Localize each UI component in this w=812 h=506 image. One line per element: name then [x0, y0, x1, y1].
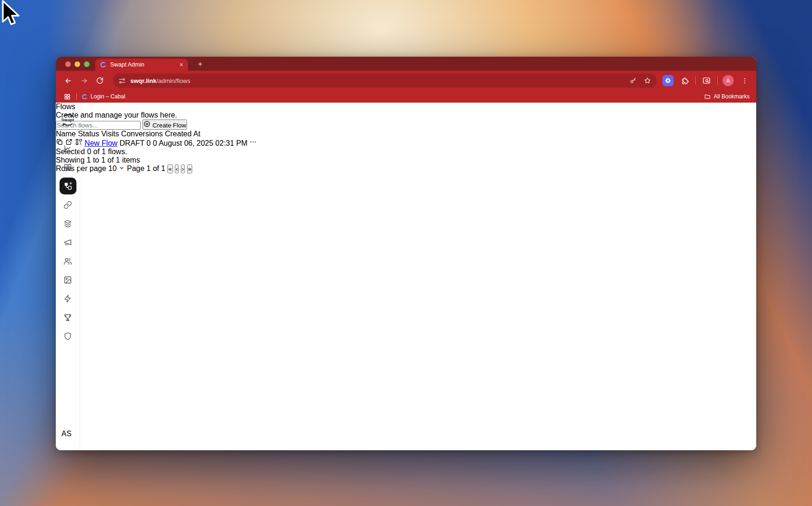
sidebar-item-dashboard[interactable]	[62, 162, 74, 173]
page-subtitle: Create and manage your flows here.	[56, 111, 756, 119]
plus-circle-icon	[143, 120, 150, 127]
prev-page-button[interactable]: ‹	[175, 164, 179, 173]
image-icon	[63, 275, 72, 284]
tab-favicon-icon	[100, 61, 106, 68]
rows-per-page-value: 10	[108, 164, 117, 172]
tab-title: Swapt Admin	[110, 61, 176, 68]
side-panel-search-icon[interactable]	[700, 74, 713, 87]
mouse-cursor	[0, 0, 22, 29]
flows-card-header: Flows Create and manage your flows here.	[56, 103, 756, 119]
chevron-down-icon	[119, 164, 127, 172]
tab-strip: Swapt Admin × +	[56, 57, 756, 71]
flows-card: Flows Create and manage your flows here.…	[56, 103, 756, 173]
bookmarks-separator	[76, 93, 77, 100]
apps-grid-icon[interactable]	[62, 92, 72, 101]
col-header-conversions: Conversions	[121, 130, 163, 138]
created-at-value: August 06, 2025 02:31 PM	[158, 139, 247, 147]
zap-icon	[63, 294, 72, 303]
table-header-row: Name Status Visits Conversions Created A…	[56, 130, 756, 138]
col-header-visits: Visits	[101, 130, 119, 138]
page-info: Page 1 of 1	[127, 164, 165, 172]
extension-gear-icon[interactable]	[662, 75, 674, 86]
line-chart-icon	[63, 144, 72, 153]
app-sidebar: Swapt	[56, 103, 80, 450]
workflow-icon	[63, 181, 73, 191]
browser-menu-icon[interactable]	[738, 74, 751, 87]
next-page-button[interactable]: ›	[181, 164, 185, 173]
sidebar-nav	[60, 143, 76, 342]
reload-icon[interactable]	[93, 74, 106, 87]
sidebar-item-users[interactable]	[62, 255, 74, 267]
minimize-window-button[interactable]	[75, 61, 80, 67]
grid-icon	[63, 163, 72, 172]
pagination-controls: Rows per page 10 Page 1 of 1 « ‹	[56, 164, 756, 173]
bookmarks-bar: Login – Cabal All Bookmarks	[56, 90, 756, 103]
forward-icon[interactable]	[77, 74, 90, 87]
main-area: Flows Create and manage your flows here.…	[56, 103, 756, 173]
shield-icon	[63, 332, 72, 341]
tab-close-icon[interactable]: ×	[180, 61, 183, 68]
address-bar[interactable]: swqr.link/admin/flows	[113, 74, 657, 88]
sidebar-item-integrations[interactable]	[62, 293, 74, 304]
user-avatar[interactable]: AS	[61, 430, 75, 443]
sidebar-item-security[interactable]	[62, 330, 74, 342]
megaphone-icon	[63, 238, 72, 247]
rows-per-page-select[interactable]: 10	[108, 164, 127, 172]
link-icon	[63, 201, 72, 209]
col-header-status: Status	[78, 130, 99, 138]
swapt-logo[interactable]: Swapt	[59, 111, 77, 129]
back-icon[interactable]	[61, 74, 75, 87]
extensions-puzzle-icon[interactable]	[678, 74, 691, 87]
page-title: Flows	[56, 103, 756, 111]
flows-table: Name Status Visits Conversions Created A…	[56, 130, 756, 148]
bookmark-label: Login – Cabal	[90, 93, 125, 100]
password-key-icon[interactable]	[630, 77, 637, 84]
browser-window: Swapt Admin × + swqr.link/admin/flows	[56, 57, 756, 450]
trophy-icon	[63, 313, 72, 322]
close-window-button[interactable]	[65, 61, 71, 67]
all-bookmarks-button[interactable]: All Bookmarks	[704, 93, 750, 100]
users-icon	[63, 257, 72, 266]
bookmark-favicon-icon	[82, 94, 88, 100]
first-page-button[interactable]: «	[167, 164, 173, 173]
create-flow-button[interactable]: Create Flow	[143, 119, 187, 130]
browser-tab[interactable]: Swapt Admin ×	[95, 59, 188, 71]
sidebar-item-rewards[interactable]	[62, 312, 74, 323]
status-badge: DRAFT	[120, 139, 144, 147]
sidebar-item-flows[interactable]	[60, 178, 76, 194]
page-content: Swapt	[56, 103, 756, 450]
sidebar-item-links[interactable]	[62, 199, 74, 210]
sidebar-item-analytics[interactable]	[62, 143, 74, 154]
last-page-button[interactable]: »	[187, 164, 192, 173]
selected-count-text: Selected 0 of 1 flows.	[56, 148, 756, 156]
flow-name-link[interactable]: New Flow	[84, 139, 117, 147]
conversions-value: 0	[153, 139, 157, 147]
showing-count-text: Showing 1 to 1 of 1 items	[56, 156, 756, 164]
folder-icon	[704, 93, 711, 100]
url-host: swqr.link	[130, 77, 157, 84]
sidebar-item-campaigns[interactable]	[62, 237, 74, 248]
url-text: swqr.link/admin/flows	[130, 77, 630, 84]
toolbar-right: A	[662, 74, 751, 87]
site-settings-icon[interactable]	[119, 77, 126, 84]
browser-toolbar: swqr.link/admin/flows A	[56, 71, 756, 90]
bookmark-star-icon[interactable]	[644, 77, 651, 84]
table-actions-row: Create Flow	[56, 119, 756, 130]
sidebar-item-media[interactable]	[62, 274, 74, 285]
toolbar-separator	[695, 76, 696, 85]
table-footer: Selected 0 of 1 flows. Showing 1 to 1 of…	[56, 148, 756, 173]
row-actions-menu-icon[interactable]	[249, 139, 257, 147]
sidebar-item-layers[interactable]	[62, 218, 74, 229]
new-tab-button[interactable]: +	[195, 59, 206, 70]
all-bookmarks-label: All Bookmarks	[714, 93, 750, 100]
bookmark-login-cabal[interactable]: Login – Cabal	[82, 93, 125, 100]
maximize-window-button[interactable]	[84, 61, 90, 67]
window-controls	[65, 61, 90, 67]
visits-value: 0	[147, 139, 151, 147]
create-flow-label: Create Flow	[152, 122, 186, 129]
table-row: New Flow DRAFT 0 0 August 06, 2025 02:31…	[56, 138, 756, 148]
url-path: /admin/flows	[157, 77, 190, 84]
layers-icon	[63, 219, 72, 228]
flows-card-body: Create Flow Name Status Visits Conversio…	[56, 119, 756, 173]
browser-profile-avatar[interactable]: A	[722, 75, 734, 86]
